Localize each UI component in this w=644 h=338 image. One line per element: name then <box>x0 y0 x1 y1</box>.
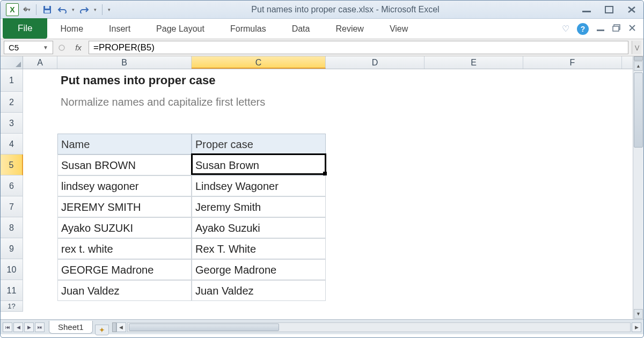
cancel-formula-icon[interactable] <box>54 39 69 56</box>
horizontal-split-handle[interactable] <box>112 322 116 332</box>
cell-A4[interactable] <box>23 134 57 155</box>
cell-C8[interactable]: Ayako Suzuki <box>192 217 326 238</box>
cell-A12[interactable] <box>23 301 57 312</box>
row-header-1[interactable]: 1 <box>1 69 23 92</box>
maximize-button[interactable] <box>603 5 616 14</box>
cell-B7[interactable]: JEREMY SMITH <box>57 196 192 217</box>
col-header-E[interactable]: E <box>425 56 523 69</box>
redo-icon[interactable] <box>79 4 90 15</box>
col-header-D[interactable]: D <box>326 56 425 69</box>
name-box-dropdown-icon[interactable]: ▼ <box>43 45 48 50</box>
vertical-scroll-thumb[interactable] <box>634 72 643 148</box>
cell-B12[interactable] <box>57 301 192 312</box>
cell-D8[interactable] <box>326 217 425 238</box>
cell-B1[interactable]: Put names into proper case <box>57 69 487 92</box>
cell-B5[interactable]: Susan BROWN <box>57 155 192 175</box>
cell-C6[interactable]: Lindsey Wagoner <box>192 175 326 196</box>
cell-A6[interactable] <box>23 175 57 196</box>
col-header-B[interactable]: B <box>57 56 192 69</box>
cell-E11[interactable] <box>425 280 523 301</box>
cell-C7[interactable]: Jeremy Smith <box>192 196 326 217</box>
redo-dropdown-icon[interactable]: ▾ <box>94 7 97 12</box>
cell-A10[interactable] <box>23 259 57 280</box>
cell-A9[interactable] <box>23 238 57 259</box>
tab-insert[interactable]: Insert <box>96 19 143 39</box>
workbook-close-icon[interactable] <box>628 24 636 33</box>
scroll-down-icon[interactable]: ▼ <box>634 309 643 319</box>
cell-E10[interactable] <box>425 259 523 280</box>
cell-F11[interactable] <box>523 280 622 301</box>
close-button[interactable] <box>625 5 638 14</box>
new-sheet-icon[interactable]: ✦ <box>95 325 109 335</box>
horizontal-scroll-track[interactable] <box>127 322 631 332</box>
fx-icon[interactable]: fx <box>69 39 87 56</box>
cell-D7[interactable] <box>326 196 425 217</box>
cell-A3[interactable] <box>23 113 57 134</box>
cell-B6[interactable]: lindsey wagoner <box>57 175 192 196</box>
vertical-scrollbar[interactable]: ▲ ▼ <box>633 56 643 319</box>
cell-F3[interactable] <box>523 113 622 134</box>
cell-F10[interactable] <box>523 259 622 280</box>
cell-B8[interactable]: Ayako SUZUKI <box>57 217 192 238</box>
cell-C11[interactable]: Juan Valdez <box>192 280 326 301</box>
vertical-split-handle[interactable] <box>634 56 643 61</box>
cell-B4[interactable]: Name <box>57 134 192 155</box>
cell-E7[interactable] <box>425 196 523 217</box>
cell-E6[interactable] <box>425 175 523 196</box>
minimize-button[interactable] <box>580 5 593 14</box>
cell-E4[interactable] <box>425 134 523 155</box>
sheet-nav-next-icon[interactable]: ▶ <box>24 322 34 332</box>
row-header-11[interactable]: 11 <box>1 280 23 301</box>
col-header-A[interactable]: A <box>23 56 57 69</box>
cell-A2[interactable] <box>23 92 57 113</box>
cell-A5[interactable] <box>23 155 57 175</box>
cell-E12[interactable] <box>425 301 523 312</box>
scroll-right-icon[interactable]: ▶ <box>632 322 641 332</box>
cell-E3[interactable] <box>425 113 523 134</box>
row-header-6[interactable]: 6 <box>1 175 23 196</box>
expand-formula-bar-icon[interactable]: ⋁ <box>632 41 641 54</box>
cell-A8[interactable] <box>23 217 57 238</box>
cell-F7[interactable] <box>523 196 622 217</box>
tab-view[interactable]: View <box>377 19 421 39</box>
scroll-up-icon[interactable]: ▲ <box>634 61 643 71</box>
sheet-nav-first-icon[interactable]: ⏮ <box>3 322 12 332</box>
tab-data[interactable]: Data <box>279 19 323 39</box>
row-header-3[interactable]: 3 <box>1 113 23 134</box>
cell-C4[interactable]: Proper case <box>192 134 326 155</box>
cell-B9[interactable]: rex t. white <box>57 238 192 259</box>
col-header-C[interactable]: C <box>192 56 326 69</box>
cell-B10[interactable]: GEORGE Madrone <box>57 259 192 280</box>
help-icon[interactable]: ? <box>577 23 589 35</box>
cell-D9[interactable] <box>326 238 425 259</box>
tab-file[interactable]: File <box>3 18 47 39</box>
cell-B11[interactable]: Juan Valdez <box>57 280 192 301</box>
tab-page-layout[interactable]: Page Layout <box>143 19 217 39</box>
row-header-7[interactable]: 7 <box>1 196 23 217</box>
workbook-restore-icon[interactable] <box>612 24 621 33</box>
workbook-minimize-icon[interactable] <box>596 25 605 33</box>
save-icon[interactable] <box>42 4 53 15</box>
scroll-left-icon[interactable]: ◀ <box>116 322 126 332</box>
sheet-tab-sheet1[interactable]: Sheet1 <box>49 321 93 334</box>
cell-F5[interactable] <box>523 155 622 175</box>
cell-B3[interactable] <box>57 113 192 134</box>
sheet-nav-prev-icon[interactable]: ◀ <box>13 322 23 332</box>
cell-C3[interactable] <box>192 113 326 134</box>
cell-E8[interactable] <box>425 217 523 238</box>
tab-review[interactable]: Review <box>323 19 376 39</box>
cell-D10[interactable] <box>326 259 425 280</box>
cell-A7[interactable] <box>23 196 57 217</box>
tab-formulas[interactable]: Formulas <box>217 19 279 39</box>
cell-D12[interactable] <box>326 301 425 312</box>
undo-icon[interactable] <box>57 4 68 15</box>
cell-F4[interactable] <box>523 134 622 155</box>
qat-dropdown-icon[interactable]: �▾ <box>23 7 31 12</box>
cell-F12[interactable] <box>523 301 622 312</box>
vertical-scroll-track[interactable] <box>633 71 643 308</box>
ribbon-minimize-icon[interactable]: ♡ <box>562 24 569 34</box>
sheet-nav-last-icon[interactable]: ⏭ <box>35 322 45 332</box>
undo-dropdown-icon[interactable]: ▾ <box>72 7 75 12</box>
row-header-5[interactable]: 5 <box>1 155 23 175</box>
cell-D4[interactable] <box>326 134 425 155</box>
